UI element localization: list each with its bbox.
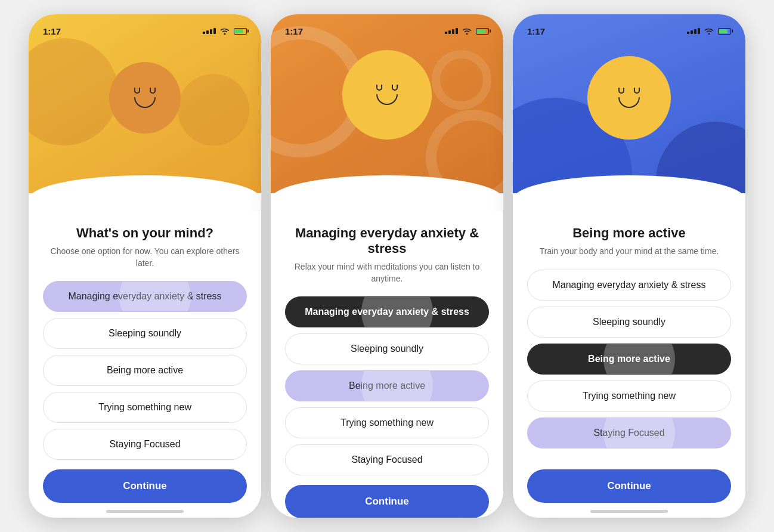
ripple-effect [603, 417, 675, 449]
face-expression [618, 88, 640, 108]
ripple-effect [361, 370, 433, 401]
option-btn-4[interactable]: Staying Focused [285, 444, 489, 475]
status-time: 1:17 [285, 26, 303, 36]
face-right-eye [150, 88, 156, 94]
option-btn-3[interactable]: Trying something new [285, 407, 489, 438]
option-btn-4[interactable]: Staying Focused [527, 417, 731, 449]
status-bar: 1:17 [271, 14, 503, 41]
screens-container: 1:17 [29, 14, 745, 518]
screen-content: What's on your mind?Choose one option fo… [29, 211, 261, 518]
option-btn-1[interactable]: Sleeping soundly [43, 318, 247, 349]
ripple-effect [119, 281, 191, 312]
phone-3: 1:17 [513, 14, 745, 518]
screen-title: Managing everyday anxiety & stress [285, 225, 489, 256]
screen-content: Being more activeTrain your body and you… [513, 211, 745, 518]
phone-1: 1:17 [29, 14, 261, 518]
status-time: 1:17 [527, 26, 545, 36]
home-indicator [590, 510, 668, 513]
screen-content: Managing everyday anxiety & stressRelax … [271, 211, 503, 518]
option-btn-3[interactable]: Trying something new [43, 392, 247, 423]
face-smile [134, 97, 156, 108]
option-btn-3[interactable]: Trying something new [527, 381, 731, 412]
status-icons [445, 27, 489, 35]
option-btn-0[interactable]: Managing everyday anxiety & stress [527, 270, 731, 301]
hero-face [342, 50, 432, 140]
hero-section [271, 14, 503, 193]
face-expression [376, 85, 398, 105]
face-right-eye [392, 85, 398, 91]
battery-icon [476, 28, 489, 35]
wifi-icon [704, 27, 714, 35]
status-bar: 1:17 [29, 14, 261, 41]
home-indicator [106, 510, 184, 513]
face-right-eye [634, 88, 640, 94]
face-left-eye [134, 88, 140, 94]
continue-button[interactable]: Continue [285, 485, 489, 518]
status-bar: 1:17 [513, 14, 745, 41]
wifi-icon [462, 27, 472, 35]
signal-icon [203, 28, 216, 34]
continue-button[interactable]: Continue [527, 469, 731, 503]
hero-face [587, 56, 671, 140]
screen-subtitle: Train your body and your mind at the sam… [527, 246, 731, 258]
ripple-effect [361, 296, 433, 327]
face-left-eye [618, 88, 624, 94]
option-btn-2[interactable]: Being more active [527, 344, 731, 375]
battery-icon [234, 28, 247, 35]
face-eyes [134, 88, 156, 94]
face-eyes [376, 85, 398, 91]
continue-button[interactable]: Continue [43, 469, 247, 503]
screen-subtitle: Choose one option for now. You can explo… [43, 246, 247, 269]
face-expression [134, 88, 156, 108]
face-smile [618, 97, 640, 108]
status-icons [687, 27, 731, 35]
option-btn-4[interactable]: Staying Focused [43, 429, 247, 460]
hero-section [513, 14, 745, 193]
signal-icon [445, 28, 458, 34]
face-left-eye [376, 85, 382, 91]
hero-face [109, 62, 181, 134]
option-btn-0[interactable]: Managing everyday anxiety & stress [43, 281, 247, 312]
signal-icon [687, 28, 700, 34]
battery-icon [718, 28, 731, 35]
options-list: Managing everyday anxiety & stressSleepi… [43, 281, 247, 460]
phone-2: 1:17 [271, 14, 503, 518]
options-list: Managing everyday anxiety & stressSleepi… [285, 296, 489, 475]
option-btn-0[interactable]: Managing everyday anxiety & stress [285, 296, 489, 327]
ripple-effect [603, 344, 675, 375]
screen-subtitle: Relax your mind with meditations you can… [285, 261, 489, 284]
screen-title: Being more active [527, 225, 731, 241]
option-btn-1[interactable]: Sleeping soundly [285, 333, 489, 364]
status-icons [203, 27, 247, 35]
option-btn-1[interactable]: Sleeping soundly [527, 307, 731, 338]
face-eyes [618, 88, 640, 94]
options-list: Managing everyday anxiety & stressSleepi… [527, 270, 731, 460]
wifi-icon [220, 27, 230, 35]
option-btn-2[interactable]: Being more active [285, 370, 489, 401]
hero-section [29, 14, 261, 193]
screen-title: What's on your mind? [43, 225, 247, 241]
face-smile [376, 94, 398, 105]
status-time: 1:17 [43, 26, 61, 36]
option-btn-2[interactable]: Being more active [43, 355, 247, 386]
